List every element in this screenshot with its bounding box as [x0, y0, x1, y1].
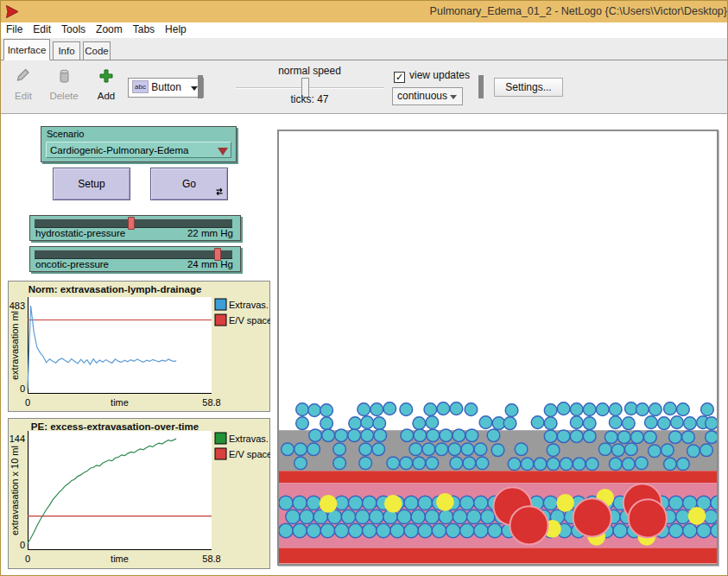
scenario-chooser[interactable]: Scenario Cardiogenic-Pulmonary-Edema — [41, 126, 237, 162]
menu-file[interactable]: File — [1, 22, 28, 36]
go-button[interactable]: Go — [150, 168, 228, 200]
settings-button[interactable]: Settings... — [494, 78, 563, 97]
slider-oncotic-pressure[interactable]: oncotic-pressure24 mm Hg — [29, 246, 241, 272]
fluid-cell — [460, 523, 474, 537]
fluid-cell — [583, 417, 596, 430]
fluid-cell — [463, 457, 476, 470]
fluid-cell — [624, 443, 637, 456]
fluid-cell — [613, 523, 627, 537]
fluid-cell — [383, 402, 396, 415]
fluid-cell — [413, 417, 426, 430]
menu-zoom[interactable]: Zoom — [91, 22, 128, 36]
fluid-cell — [636, 403, 649, 416]
view-updates-checkbox[interactable]: ✓ — [394, 72, 405, 83]
fluid-cell — [320, 404, 333, 417]
fluid-cell — [668, 496, 682, 510]
slider-label: hydrostatic-pressure — [35, 228, 125, 238]
add-widget-button[interactable]: Add — [90, 67, 123, 101]
leukocyte-cell — [688, 507, 706, 525]
fluid-cell — [609, 416, 622, 429]
fluid-cell — [645, 416, 658, 429]
fluid-cell — [573, 458, 586, 471]
fluid-cell — [359, 443, 372, 456]
svg-text:0: 0 — [25, 397, 30, 408]
fluid-cell — [307, 523, 320, 537]
fluid-cell — [636, 457, 649, 470]
fluid-cell — [335, 429, 348, 442]
legend-swatch — [215, 448, 226, 459]
fluid-cell — [349, 417, 362, 430]
band-capillary-wall-top — [279, 471, 717, 483]
speed-slider-track[interactable] — [236, 87, 384, 89]
menu-help[interactable]: Help — [160, 22, 192, 36]
fluid-cell — [279, 523, 293, 537]
widget-type-dropdown[interactable]: abc Button — [128, 78, 204, 98]
speed-slider-label: normal speed — [260, 65, 359, 77]
fluid-cell — [664, 458, 677, 471]
tab-code[interactable]: Code — [83, 41, 111, 60]
fluid-cell — [617, 431, 630, 444]
fluid-cell — [425, 510, 439, 523]
fluid-cell — [622, 458, 635, 471]
setup-button[interactable]: Setup — [53, 168, 130, 200]
tab-interface[interactable]: Interface — [3, 39, 50, 60]
toolbar-separator — [478, 75, 484, 98]
plot-1: Norm: extravasation-lymph-drainage483005… — [8, 281, 270, 412]
fluid-cell — [697, 523, 711, 537]
chooser-arrow-icon — [218, 148, 228, 155]
update-mode-dropdown[interactable]: continuous — [392, 87, 463, 105]
fluid-cell — [377, 523, 390, 537]
fluid-cell — [358, 403, 370, 416]
fluid-cell — [387, 457, 400, 470]
fluid-cell — [649, 445, 662, 458]
chooser-value[interactable]: Cardiogenic-Pulmonary-Edema — [46, 142, 231, 158]
fluid-cell — [543, 496, 557, 510]
fluid-cell — [397, 510, 411, 523]
fluid-cell — [481, 510, 495, 523]
fluid-cell — [508, 458, 521, 471]
slider-handle[interactable] — [128, 217, 135, 230]
menu-tools[interactable]: Tools — [56, 22, 91, 36]
fluid-cell — [465, 429, 478, 442]
fluid-cell — [557, 402, 570, 415]
fluid-cell — [467, 510, 481, 523]
fluid-cell — [677, 458, 690, 471]
legend-swatch — [215, 433, 226, 444]
fluid-cell — [583, 403, 596, 416]
fluid-cell — [557, 430, 570, 443]
fluid-cell — [439, 510, 453, 523]
fluid-cell — [296, 417, 309, 430]
plot-title: PE: excess-extravasation-over-time — [31, 421, 199, 432]
menu-edit[interactable]: Edit — [28, 22, 56, 36]
world-view-graphics — [279, 131, 717, 564]
fluid-cell — [547, 458, 560, 471]
leukocyte-cell — [320, 495, 338, 513]
widget-type-value: Button — [151, 81, 181, 93]
fluid-cell — [437, 402, 450, 415]
tab-info[interactable]: Info — [53, 41, 80, 60]
svg-text:0: 0 — [20, 383, 25, 394]
world-view — [277, 130, 719, 566]
svg-text:0: 0 — [25, 554, 30, 564]
fluid-cell — [446, 523, 459, 537]
tab-bar: InterfaceInfoCode — [1, 38, 728, 60]
menu-tabs[interactable]: Tabs — [128, 22, 160, 36]
netlogo-logo-icon — [5, 4, 20, 19]
svg-text:483: 483 — [9, 301, 25, 311]
fluid-cell — [515, 443, 528, 456]
button-widget-icon: abc — [132, 80, 149, 93]
fluid-cell — [348, 496, 362, 510]
fluid-cell — [307, 443, 320, 456]
fluid-cell — [300, 510, 313, 523]
fluid-cell — [544, 417, 557, 430]
slider-hydrostatic-pressure[interactable]: hydrostatic-pressure22 mm Hg — [29, 215, 241, 241]
delete-tool-button[interactable]: Delete — [44, 67, 84, 101]
svg-text:58.8: 58.8 — [202, 397, 220, 408]
slider-value: 22 mm Hg — [187, 228, 233, 238]
fluid-cell — [583, 430, 596, 443]
fluid-cell — [669, 431, 682, 444]
fluid-cell — [348, 523, 362, 537]
fluid-cell — [404, 523, 418, 537]
fluid-cell — [427, 429, 440, 442]
edit-tool-button[interactable]: Edit — [8, 67, 39, 101]
